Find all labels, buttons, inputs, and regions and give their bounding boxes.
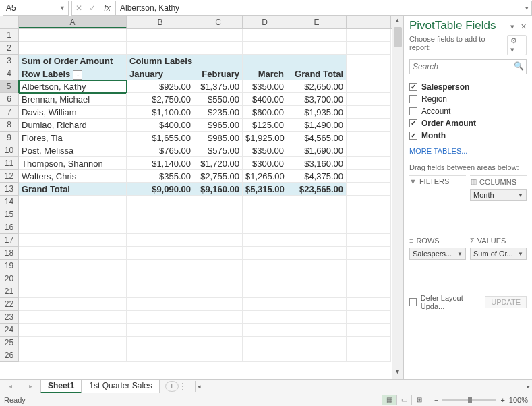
scroll-left-icon[interactable]: ◂ xyxy=(196,383,203,390)
cell-feb[interactable]: $1,720.00 xyxy=(194,157,243,170)
cell[interactable] xyxy=(287,29,347,42)
cell[interactable] xyxy=(194,42,243,55)
cell[interactable] xyxy=(19,349,127,362)
cell[interactable] xyxy=(287,298,347,311)
cell[interactable] xyxy=(347,106,391,119)
cell[interactable] xyxy=(347,170,391,183)
formula-input[interactable]: Albertson, Kathy ▾ xyxy=(116,1,532,16)
pivot-row-label[interactable]: Brennan, Michael xyxy=(19,93,127,106)
cell-total[interactable]: $1,490.00 xyxy=(287,119,347,132)
cell-mar[interactable]: $300.00 xyxy=(243,157,287,170)
cell[interactable] xyxy=(287,208,347,221)
cell-feb[interactable]: $985.00 xyxy=(194,132,243,144)
cell[interactable] xyxy=(19,272,127,285)
column-header-D[interactable]: D xyxy=(243,16,287,28)
cell-mar[interactable]: $600.00 xyxy=(243,106,287,119)
cell[interactable] xyxy=(347,93,391,106)
search-input[interactable] xyxy=(409,59,527,74)
row-header-2[interactable]: 2 xyxy=(0,42,19,55)
cell-jan[interactable]: $400.00 xyxy=(127,119,194,132)
cell-jan[interactable]: $765.00 xyxy=(127,144,194,157)
cell[interactable] xyxy=(194,349,243,362)
cell[interactable] xyxy=(347,42,391,55)
cell[interactable] xyxy=(19,29,127,42)
row-header-24[interactable]: 24 xyxy=(0,324,19,337)
cell[interactable] xyxy=(287,234,347,247)
pivot-row-label[interactable]: Albertson, Kathy xyxy=(19,80,127,93)
cell[interactable] xyxy=(127,285,194,298)
cell[interactable] xyxy=(19,260,127,272)
cell[interactable] xyxy=(194,247,243,260)
tab-nav-next-icon[interactable]: ▸ xyxy=(29,382,32,390)
cell[interactable] xyxy=(347,337,391,349)
scroll-down-icon[interactable]: ▼ xyxy=(392,368,403,378)
row-header-25[interactable]: 25 xyxy=(0,337,19,349)
grand-total-feb[interactable]: $9,160.00 xyxy=(194,183,243,196)
scroll-up-icon[interactable]: ▲ xyxy=(392,17,403,27)
cell[interactable] xyxy=(347,67,391,80)
cell[interactable] xyxy=(194,234,243,247)
field-checkbox[interactable]: ✓ xyxy=(409,132,417,140)
cell[interactable] xyxy=(243,311,287,324)
cell-mar[interactable]: $1,925.00 xyxy=(243,132,287,144)
pivot-row-label[interactable]: Thompson, Shannon xyxy=(19,157,127,170)
row-header-12[interactable]: 12 xyxy=(0,170,19,183)
cell[interactable] xyxy=(127,337,194,349)
more-tables-link[interactable]: MORE TABLES... xyxy=(409,147,527,155)
chevron-down-icon[interactable]: ▼ xyxy=(457,251,463,257)
column-header-blank[interactable] xyxy=(347,16,391,28)
row-header-5[interactable]: 5 xyxy=(0,80,19,93)
area-item[interactable]: Sum of Or...▼ xyxy=(470,248,527,260)
row-header-3[interactable]: 3 xyxy=(0,55,19,67)
column-header-C[interactable]: C xyxy=(194,16,243,28)
cell[interactable] xyxy=(127,29,194,42)
cell[interactable] xyxy=(347,119,391,132)
cell[interactable] xyxy=(287,337,347,349)
row-header-22[interactable]: 22 xyxy=(0,298,19,311)
cell[interactable] xyxy=(287,196,347,208)
row-header-13[interactable]: 13 xyxy=(0,183,19,196)
cell-feb[interactable]: $2,755.00 xyxy=(194,170,243,183)
filters-area[interactable]: ▼FILTERS xyxy=(409,175,466,231)
cell-total[interactable]: $3,700.00 xyxy=(287,93,347,106)
cell[interactable] xyxy=(19,285,127,298)
cell[interactable] xyxy=(19,324,127,337)
col-grand-total[interactable]: Grand Total xyxy=(287,67,347,80)
cell[interactable] xyxy=(243,196,287,208)
cell[interactable] xyxy=(194,298,243,311)
row-header-23[interactable]: 23 xyxy=(0,311,19,324)
field-order-amount[interactable]: ✓Order Amount xyxy=(409,117,527,129)
grand-total-jan[interactable]: $9,090.00 xyxy=(127,183,194,196)
field-salesperson[interactable]: ✓Salesperson xyxy=(409,81,527,93)
cell[interactable] xyxy=(127,221,194,234)
defer-checkbox[interactable] xyxy=(409,298,417,306)
field-search[interactable]: 🔍 xyxy=(409,59,527,74)
field-region[interactable]: Region xyxy=(409,93,527,105)
pane-dropdown-icon[interactable]: ▾ xyxy=(510,22,514,30)
cell[interactable] xyxy=(287,55,347,67)
row-header-6[interactable]: 6 xyxy=(0,93,19,106)
cell[interactable] xyxy=(287,311,347,324)
normal-view-button[interactable]: ▦ xyxy=(382,395,397,405)
cell-mar[interactable]: $125.00 xyxy=(243,119,287,132)
cell[interactable] xyxy=(287,260,347,272)
cell[interactable] xyxy=(347,234,391,247)
cell-jan[interactable]: $355.00 xyxy=(127,170,194,183)
cell-feb[interactable]: $235.00 xyxy=(194,106,243,119)
close-icon[interactable]: ✕ xyxy=(521,22,527,30)
pivot-row-label[interactable]: Post, Melissa xyxy=(19,144,127,157)
row-header-17[interactable]: 17 xyxy=(0,234,19,247)
field-checkbox[interactable] xyxy=(409,95,417,103)
cell-total[interactable]: $4,565.00 xyxy=(287,132,347,144)
horizontal-scrollbar[interactable]: ◂ ▸ xyxy=(195,381,532,392)
area-item[interactable]: Salespers...▼ xyxy=(409,248,466,260)
cell[interactable] xyxy=(19,311,127,324)
accept-formula-icon[interactable]: ✓ xyxy=(86,3,99,13)
row-header-10[interactable]: 10 xyxy=(0,144,19,157)
cell[interactable] xyxy=(347,29,391,42)
cell-mar[interactable]: $350.00 xyxy=(243,80,287,93)
cell[interactable] xyxy=(347,260,391,272)
add-sheet-button[interactable]: + xyxy=(165,381,179,392)
cell[interactable] xyxy=(127,324,194,337)
row-header-8[interactable]: 8 xyxy=(0,119,19,132)
